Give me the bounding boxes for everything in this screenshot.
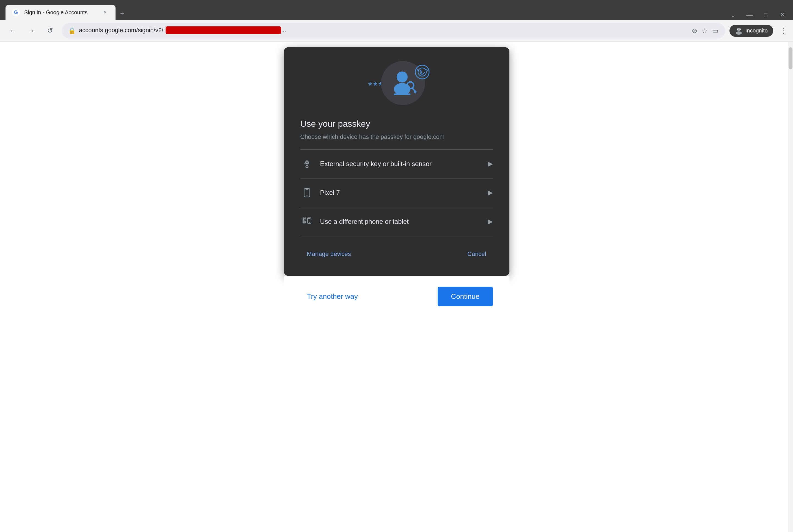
svg-point-21 [309,222,310,223]
dots-bottom-left: · · · · ·· · · [306,92,326,97]
page-container: · · · · ·· · · · · · · ·· · · · · · · ··… [284,42,510,317]
split-view-icon[interactable]: ▭ [712,27,718,35]
svg-rect-23 [303,218,304,219]
address-text: accounts.google.com/signin/v2/... [79,27,688,34]
new-tab-button[interactable]: + [115,6,129,20]
cancel-button[interactable]: Cancel [461,246,493,262]
lock-icon: 🔒 [68,27,76,34]
svg-rect-29 [305,220,306,220]
incognito-label: Incognito [745,27,768,34]
back-button[interactable]: ← [5,24,20,38]
continue-button[interactable]: Continue [438,287,493,306]
svg-rect-30 [305,220,305,221]
passkey-icon-container [381,61,425,105]
bottom-section: Try another way Continue [284,276,510,317]
pixel7-label: Pixel 7 [320,189,482,196]
address-bar-row: ← → ↺ 🔒 accounts.google.com/signin/v2/..… [0,20,793,42]
svg-point-6 [396,72,408,82]
svg-rect-37 [305,223,305,224]
svg-rect-12 [394,94,410,95]
dialog-title: Use your passkey [300,119,493,129]
browser-window: G Sign in - Google Accounts × + ⌄ — □ ✕ … [0,0,793,532]
svg-rect-34 [305,222,306,223]
dots-top-right: · · · · ·· · · [467,64,487,69]
dots-bottom-right: · · · · ·· · · [467,92,487,97]
forward-button[interactable]: → [24,24,38,38]
dots-top-left: · · · · ·· · · [306,64,326,69]
svg-rect-36 [303,223,304,224]
camera-off-icon[interactable]: ⊘ [692,27,697,35]
passkey-dialog: · · · · ·· · · · · · · ·· · · · · · · ··… [284,47,510,276]
address-bar[interactable]: 🔒 accounts.google.com/signin/v2/... ⊘ ☆ … [61,23,725,38]
scrollbar-thumb[interactable] [789,47,792,69]
illustration-area: · · · · ·· · · · · · · ·· · · · · · · ··… [284,47,510,113]
option-pixel7[interactable]: Pixel 7 ▶ [300,178,493,207]
dialog-content: Use your passkey Choose which device has… [284,113,510,276]
svg-rect-28 [305,220,305,220]
different-phone-label: Use a different phone or tablet [320,218,482,225]
address-bar-icons: ⊘ ☆ ▭ [692,27,718,35]
tab-bar: G Sign in - Google Accounts × + ⌄ — □ ✕ [0,0,793,20]
svg-text:G: G [14,10,18,15]
svg-point-13 [306,166,308,168]
security-key-label: External security key or built-in sensor [320,160,482,168]
fingerprint-icon [414,64,430,83]
svg-point-7 [394,83,410,95]
tab-title: Sign in - Google Accounts [24,10,97,16]
svg-rect-25 [305,218,306,219]
content-area: · · · · ·· · · · · · · ·· · · · · · · ··… [0,42,793,532]
svg-point-5 [736,31,742,35]
option-security-key[interactable]: External security key or built-in sensor… [300,150,493,178]
browser-menu-button[interactable]: ⋮ [780,26,788,35]
svg-point-17 [307,195,308,196]
svg-point-3 [737,28,738,30]
svg-rect-35 [302,223,303,224]
pixel7-chevron: ▶ [488,189,493,196]
dialog-subtitle: Choose which device has the passkey for … [300,133,493,140]
window-minimize-button[interactable]: — [744,10,755,20]
redacted-url [166,26,281,34]
incognito-icon [735,27,743,35]
google-favicon: G [12,8,20,16]
usb-icon [300,157,314,170]
window-chevron-button[interactable]: ⌄ [728,10,738,20]
incognito-button[interactable]: Incognito [730,25,773,37]
option-different-phone[interactable]: Use a different phone or tablet ▶ [300,207,493,236]
phone-icon [300,186,314,199]
manage-devices-button[interactable]: Manage devices [300,246,357,262]
window-controls: ⌄ — □ ✕ [728,10,788,20]
reload-button[interactable]: ↺ [43,24,57,38]
svg-rect-27 [303,220,304,221]
star-icon[interactable]: ☆ [702,27,708,35]
svg-rect-32 [303,222,304,223]
different-phone-chevron: ▶ [488,218,493,225]
passkey-person-icon [388,69,418,97]
security-key-chevron: ▶ [488,160,493,167]
active-tab[interactable]: G Sign in - Google Accounts × [5,5,115,20]
window-restore-button[interactable]: □ [761,10,771,20]
qr-phone-icon [300,215,314,228]
svg-point-4 [739,28,741,30]
try-another-way-button[interactable]: Try another way [300,288,365,305]
scrollbar[interactable] [788,42,793,532]
window-close-button[interactable]: ✕ [778,10,788,20]
dialog-footer: Manage devices Cancel [300,236,493,262]
tab-close-button[interactable]: × [101,8,109,16]
